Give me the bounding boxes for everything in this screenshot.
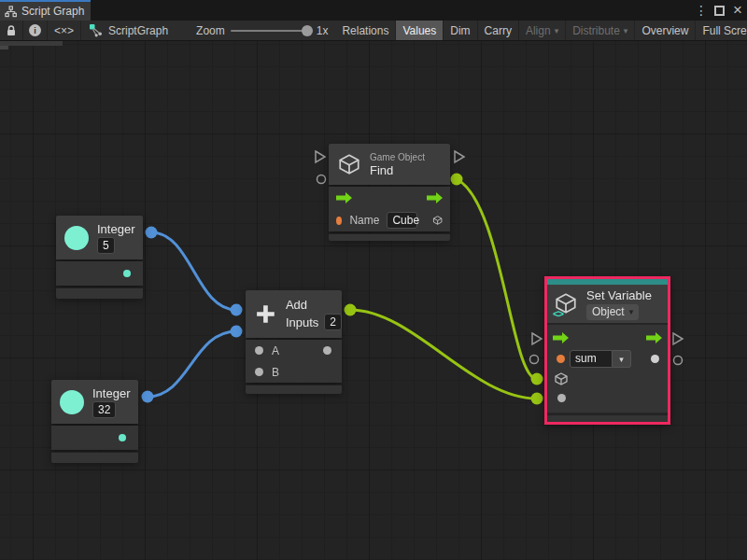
wire-cap: [231, 326, 243, 338]
node-set-variable[interactable]: <> Set Variable Object ▾ sum ▾: [544, 276, 670, 425]
name-label: Name: [349, 214, 379, 227]
kebab-menu-icon[interactable]: ⋮: [694, 1, 709, 20]
node-integer-5[interactable]: Integer 5: [56, 216, 143, 299]
port-label-a: A: [272, 344, 279, 357]
value-output-port[interactable]: [123, 270, 131, 277]
zoom-slider-handle[interactable]: [302, 25, 313, 36]
node-footer: [56, 287, 143, 299]
name-input-port[interactable]: [336, 217, 342, 225]
wire-cap: [531, 393, 543, 405]
wire-cap: [531, 373, 543, 385]
sum-output-port[interactable]: [323, 346, 331, 355]
flow-input-port[interactable]: [316, 151, 325, 162]
chevron-down-icon: ▾: [555, 26, 559, 35]
chevron-down-icon: ▾: [619, 355, 624, 364]
flow-output-port[interactable]: [673, 333, 683, 344]
code-view-button[interactable]: <×>: [48, 21, 81, 40]
integer-value-field[interactable]: 32: [92, 401, 116, 418]
node-footer: [51, 452, 138, 463]
value-input-port[interactable]: [530, 356, 539, 364]
flow-out-arrow-icon[interactable]: [427, 192, 443, 203]
graph-name-label: ScriptGraph: [108, 24, 168, 37]
node-title: Set Variable: [586, 288, 652, 302]
script-graph-icon: [89, 23, 103, 37]
wire-cap: [451, 174, 463, 186]
code-icon: <×>: [54, 24, 74, 37]
gameobject-cube-icon: [337, 152, 361, 176]
info-icon: i: [29, 24, 41, 36]
wire-integer32-to-add-b[interactable]: [148, 331, 236, 397]
node-category: Game Object: [370, 152, 425, 162]
window-titlebar: Script Graph ⋮ ×: [0, 0, 747, 21]
wire-cap: [146, 227, 158, 239]
node-footer: [329, 233, 450, 241]
gameobject-input-port[interactable]: [554, 371, 569, 386]
node-title: Integer: [92, 386, 130, 400]
integer-type-icon: [64, 226, 89, 250]
input-port-b[interactable]: [255, 368, 263, 376]
wire-cap: [231, 304, 243, 316]
inputs-label: Inputs: [286, 315, 318, 329]
value-output-port[interactable]: [651, 355, 659, 363]
lock-icon: [6, 24, 17, 37]
graph-hierarchy-icon: [5, 6, 17, 18]
zoom-label: Zoom: [196, 24, 225, 37]
flow-in-arrow-icon[interactable]: [336, 192, 352, 203]
wire-add-to-setvariable[interactable]: [350, 310, 537, 399]
plus-icon: [254, 302, 277, 326]
distribute-button[interactable]: Distribute▾: [566, 21, 635, 40]
chevron-down-icon: ▾: [624, 26, 628, 35]
port-label-b: B: [272, 366, 279, 379]
value-input-port[interactable]: [557, 394, 566, 402]
variable-name-port[interactable]: [557, 355, 565, 363]
input-port-a[interactable]: [255, 346, 263, 355]
node-integer-32[interactable]: Integer 32: [51, 380, 138, 463]
variable-name-dropdown[interactable]: sum ▾: [570, 350, 631, 368]
flow-input-port[interactable]: [532, 333, 542, 344]
tab-label: Script Graph: [21, 5, 84, 18]
tab-script-graph[interactable]: Script Graph: [0, 0, 91, 21]
node-footer: [547, 414, 668, 422]
zoom-value: 1x: [317, 24, 329, 37]
node-add[interactable]: Add Inputs 2 A B: [246, 290, 342, 394]
integer-value-field[interactable]: 5: [97, 237, 115, 254]
wire-find-to-setvariable[interactable]: [457, 179, 537, 379]
dim-button[interactable]: Dim: [444, 21, 477, 40]
relations-button[interactable]: Relations: [335, 21, 396, 40]
gameobject-output-port[interactable]: [432, 213, 443, 228]
flow-out-arrow-icon[interactable]: [646, 332, 662, 343]
variable-badge-icon: <>: [553, 308, 563, 319]
flow-output-port[interactable]: [455, 151, 464, 162]
fullscreen-button[interactable]: Full Screen: [696, 21, 747, 40]
graph-reference[interactable]: ScriptGraph: [81, 21, 176, 40]
value-output-port[interactable]: [674, 357, 683, 365]
value-input-port[interactable]: [317, 175, 326, 184]
node-title: Find: [370, 163, 425, 177]
overview-button[interactable]: Overview: [635, 21, 696, 40]
wire-cap: [142, 391, 154, 403]
zoom-slider[interactable]: [231, 30, 311, 32]
values-button[interactable]: Values: [396, 21, 444, 40]
name-value-field[interactable]: Cube: [387, 212, 416, 229]
maximize-icon[interactable]: [714, 6, 725, 16]
node-gameobject-find[interactable]: Game Object Find Name Cube: [329, 144, 450, 241]
lock-button[interactable]: [0, 21, 23, 40]
info-button[interactable]: i: [23, 21, 48, 40]
flow-in-arrow-icon[interactable]: [553, 332, 569, 343]
close-icon[interactable]: ×: [730, 1, 745, 20]
wire-cap: [345, 304, 357, 316]
node-title: Add: [286, 298, 342, 312]
integer-type-icon: [60, 390, 84, 414]
inputs-count-field[interactable]: 2: [324, 314, 342, 330]
graph-toolbar: i <×> ScriptGraph Zoom 1x Relations Valu…: [0, 21, 747, 41]
carry-button[interactable]: Carry: [478, 21, 519, 40]
wire-integer5-to-add-a[interactable]: [151, 232, 236, 310]
align-button[interactable]: Align▾: [519, 21, 566, 40]
graph-canvas[interactable]: Integer 5 Integer 32 Add: [0, 41, 747, 560]
zoom-control: Zoom 1x: [189, 21, 335, 40]
variable-scope-dropdown[interactable]: Object ▾: [586, 304, 639, 320]
value-output-port[interactable]: [119, 434, 126, 441]
chevron-down-icon: ▾: [629, 307, 634, 316]
node-footer: [246, 385, 342, 394]
node-title: Integer: [97, 222, 134, 236]
